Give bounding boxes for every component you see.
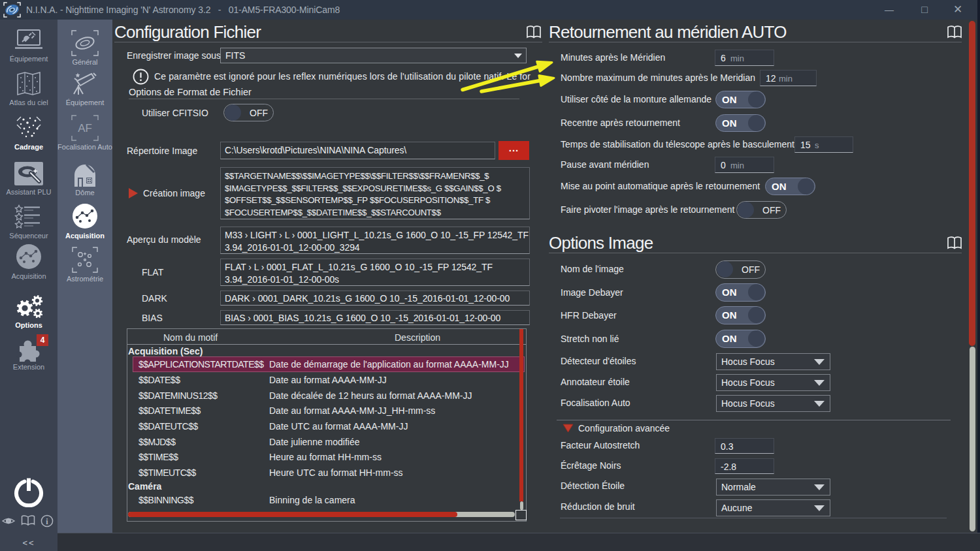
svg-text:AF: AF [78, 122, 92, 134]
svg-text:i: i [46, 517, 48, 526]
